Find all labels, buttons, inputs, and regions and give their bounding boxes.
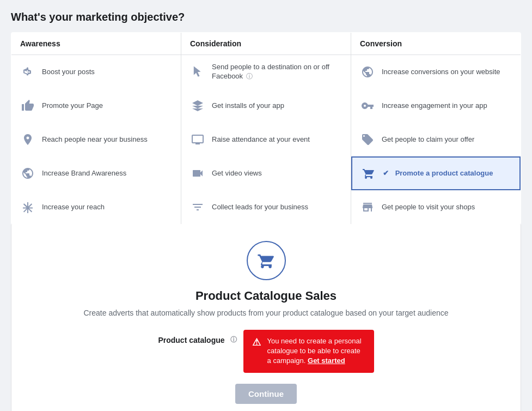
bottom-section: Product Catalogue Sales Create adverts t…: [11, 225, 521, 411]
objective-label: Increase engagement in your app: [382, 101, 487, 111]
product-catalogue-row: Product catalogue ⓘ ⚠ You need to create…: [22, 330, 510, 373]
section-desc: Create adverts that automatically show p…: [22, 307, 510, 319]
objective-consideration-3[interactable]: Get video views: [181, 156, 351, 190]
cart-big-icon: [257, 251, 276, 270]
objective-label: Increase your reach: [42, 203, 105, 212]
cell-conversion-3: ✔ Promote a product catalogue: [351, 156, 521, 190]
objective-label: ✔ Promote a product catalogue: [383, 169, 493, 178]
warning-box: ⚠ You need to create a personal catalogu…: [243, 330, 374, 373]
catalogue-label: Product catalogue ⓘ: [158, 330, 236, 344]
asterisk-icon: [20, 200, 35, 215]
warning-triangle-icon: ⚠: [251, 336, 262, 348]
cell-awareness-2: Reach people near your business: [11, 123, 181, 156]
event-screen-icon: [190, 132, 205, 147]
cell-awareness-1: Promote your Page: [11, 89, 181, 123]
objective-label: Collect leads for your business: [212, 203, 308, 212]
cell-consideration-3: Get video views: [181, 156, 351, 190]
cell-consideration-4: Collect leads for your business: [181, 190, 351, 225]
objective-label: Increase Brand Awareness: [42, 169, 126, 178]
shop-icon: [360, 200, 375, 215]
objective-label: Get video views: [212, 169, 262, 178]
objective-conversion-2[interactable]: Get people to claim your offer: [351, 123, 521, 156]
globe-icon: [360, 64, 375, 80]
cell-consideration-0: Send people to a destination on or off F…: [181, 55, 351, 89]
get-started-link[interactable]: Get started: [308, 356, 345, 365]
col-header-conversion: Conversion: [351, 33, 521, 55]
objective-label: Get installs of your app: [212, 101, 284, 111]
megaphone-icon: [20, 64, 35, 80]
cell-conversion-2: Get people to claim your offer: [351, 123, 521, 156]
objective-consideration-0[interactable]: Send people to a destination on or off F…: [181, 55, 351, 89]
objective-awareness-1[interactable]: Promote your Page: [11, 89, 181, 123]
target-icon: [20, 166, 35, 181]
objectives-table: Awareness Consideration Conversion Boost…: [11, 32, 521, 225]
video-icon: [190, 166, 205, 181]
continue-button[interactable]: Continue: [235, 384, 297, 404]
cart-icon: [361, 166, 376, 181]
location-pin-icon: [20, 132, 35, 147]
page-title: What's your marketing objective?: [11, 11, 521, 23]
catalogue-info-icon[interactable]: ⓘ: [230, 335, 237, 344]
cursor-icon: [190, 64, 205, 80]
objective-label: Promote your Page: [42, 101, 103, 111]
objective-label: Boost your posts: [42, 68, 95, 77]
info-icon[interactable]: ⓘ: [246, 72, 253, 80]
objective-conversion-1[interactable]: Increase engagement in your app: [351, 89, 521, 123]
cell-awareness-4: Increase your reach: [11, 190, 181, 225]
objective-conversion-4[interactable]: Get people to visit your shops: [351, 190, 521, 224]
offer-tag-icon: [360, 132, 375, 147]
cell-awareness-0: Boost your posts: [11, 55, 181, 89]
objective-awareness-3[interactable]: Increase Brand Awareness: [11, 156, 181, 190]
objective-conversion-0[interactable]: Increase conversions on your website: [351, 55, 521, 89]
objective-label: Get people to visit your shops: [382, 203, 475, 212]
key-icon: [360, 98, 375, 113]
col-header-consideration: Consideration: [181, 33, 351, 55]
objective-consideration-2[interactable]: Raise attendance at your event: [181, 123, 351, 156]
objective-label: Get people to claim your offer: [382, 135, 474, 144]
cell-awareness-3: Increase Brand Awareness: [11, 156, 181, 190]
objective-label: Raise attendance at your event: [212, 135, 310, 144]
objective-awareness-2[interactable]: Reach people near your business: [11, 123, 181, 156]
col-header-awareness: Awareness: [11, 33, 181, 55]
objective-label: Increase conversions on your website: [382, 68, 500, 77]
warning-text: You need to create a personal catalogue …: [267, 336, 366, 366]
objective-consideration-1[interactable]: Get installs of your app: [181, 89, 351, 123]
objective-conversion-3[interactable]: ✔ Promote a product catalogue: [351, 156, 521, 190]
objective-awareness-0[interactable]: Boost your posts: [11, 55, 181, 89]
section-title: Product Catalogue Sales: [22, 289, 510, 303]
page-container: What's your marketing objective? Awarene…: [11, 11, 521, 411]
cell-consideration-1: Get installs of your app: [181, 89, 351, 123]
product-catalogue-icon-circle: [247, 241, 286, 280]
funnel-icon: [190, 200, 205, 215]
cube-icon: [190, 98, 205, 113]
cell-conversion-4: Get people to visit your shops: [351, 190, 521, 225]
thumbs-up-icon: [20, 98, 35, 113]
cell-conversion-0: Increase conversions on your website: [351, 55, 521, 89]
objective-awareness-4[interactable]: Increase your reach: [11, 190, 181, 224]
objective-label: Reach people near your business: [42, 135, 148, 144]
objective-consideration-4[interactable]: Collect leads for your business: [181, 190, 351, 224]
cell-consideration-2: Raise attendance at your event: [181, 123, 351, 156]
objective-label: Send people to a destination on or off F…: [212, 63, 342, 81]
cell-conversion-1: Increase engagement in your app: [351, 89, 521, 123]
